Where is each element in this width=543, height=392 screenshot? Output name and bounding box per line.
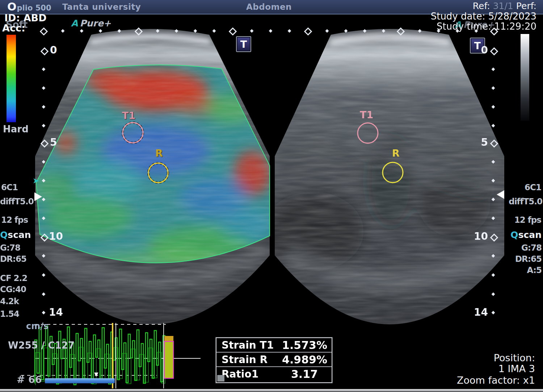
focus-marker-right-icon[interactable]	[497, 190, 504, 199]
zoom-factor-label: Zoom factor:	[457, 375, 520, 386]
roi-t1-label-right: T1	[360, 110, 373, 120]
gauge-cap	[164, 336, 173, 341]
framerate-label: 12 fps	[514, 216, 541, 224]
strain-waveform-panel	[21, 323, 201, 388]
depth-0: 0	[50, 45, 57, 55]
roi-r-label-left: R	[155, 148, 163, 158]
exam-type: Abdomen	[246, 3, 292, 11]
probe-label: 6C1	[1, 183, 18, 192]
probe-direction-icon: ➤	[33, 176, 39, 185]
qscan-label: Qscan	[0, 230, 31, 240]
progress-marker-icon: ▼	[94, 372, 98, 378]
depth-14: 14	[469, 307, 488, 318]
ultrasound-screen: O plio 500 Tanta university Abdomen Ref:…	[0, 0, 543, 392]
gain-label: G:78	[0, 243, 20, 252]
elasticity-colorbar	[7, 35, 16, 122]
grayscale-bar	[521, 34, 529, 121]
probe-label: 6C1	[525, 183, 541, 192]
study-time-line: Study time: 11:29:20	[437, 22, 536, 31]
logo-o-glyph: O	[7, 1, 17, 13]
measurement-value: 4.989%	[282, 353, 327, 366]
window-contrast-label: W255 / C127	[8, 341, 75, 350]
depth-14: 14	[49, 307, 63, 318]
sweep-progress-bar[interactable]	[45, 378, 115, 383]
velocity-label: 1.54	[0, 310, 19, 318]
roi-t1-label-left: T1	[122, 111, 135, 121]
qscan-q: Q	[0, 230, 8, 240]
qscan-q: Q	[510, 230, 518, 240]
probe-orientation-marker-left[interactable]: T	[236, 36, 251, 52]
measurement-row: Strain R 4.989%	[216, 353, 332, 367]
depth-5: 5	[50, 137, 57, 148]
strain-gauge-bar	[164, 341, 173, 378]
mode-label: diffT5.0	[0, 197, 34, 206]
depth-5: 5	[471, 137, 488, 148]
cg-label: CG:40	[0, 285, 26, 294]
focus-marker-left-icon[interactable]	[34, 192, 42, 201]
study-time-label: Study time:	[437, 21, 491, 32]
qscan-rest: scan	[8, 230, 31, 240]
acoustic-label: A:5	[527, 266, 542, 274]
measurement-row: Strain T1 1.573%	[216, 338, 332, 353]
depth-10: 10	[49, 231, 63, 242]
zoom-factor-value: x1	[523, 375, 535, 386]
measurement-label: Ratio1	[222, 368, 258, 380]
panel-resize-handle[interactable]	[217, 375, 224, 382]
pure-a-glyph: A	[71, 18, 78, 29]
study-date-value: 5/28/2023	[488, 11, 536, 22]
pure-logo-left: A Pure+	[71, 19, 111, 28]
right-ultrasound-fan	[262, 21, 512, 392]
qscan-rest: scan	[518, 230, 542, 240]
qscan-label: Qscan	[510, 230, 542, 240]
logo-model: plio 500	[17, 4, 51, 12]
pure-text: Pure+	[80, 18, 111, 29]
measurement-value: 3.17	[291, 368, 327, 380]
velocity-unit-label: cm/s	[26, 322, 49, 331]
measurement-row: Ratio1 3.17	[216, 367, 332, 381]
depth-0: 0	[471, 45, 488, 55]
hard-scale-label: Hard	[3, 124, 29, 134]
ultrasound-image-layer	[0, 0, 543, 392]
zoom-factor-line: Zoom factor: x1	[457, 375, 535, 385]
dynamic-range-label: DR:65	[0, 255, 26, 263]
bottom-window-edge	[0, 388, 543, 392]
dynamic-range-label: DR:65	[515, 255, 542, 263]
ref-ghost-value: 31/1	[493, 1, 513, 11]
framerate-label: 12 fps	[1, 216, 28, 224]
institution-name: Tanta university	[62, 3, 141, 11]
ref-perf-line: Ref: 31/1 Perf:	[473, 1, 536, 11]
measurement-label: Strain T1	[222, 339, 274, 351]
frame-number-label: # 66	[17, 375, 42, 385]
measurement-results-panel[interactable]: Strain T1 1.573% Strain R 4.989% Ratio1 …	[216, 337, 332, 383]
machine-logo: O plio 500	[7, 1, 51, 13]
ref-label: Ref:	[473, 1, 490, 11]
prf-label: 4.2k	[0, 297, 19, 306]
measurement-label: Strain R	[222, 354, 268, 366]
perf-label: Perf:	[516, 1, 536, 11]
roi-r-label-right: R	[392, 148, 400, 158]
accession-label: Acc:	[2, 23, 25, 33]
gain-label: G:78	[521, 243, 542, 252]
depth-10: 10	[469, 231, 488, 242]
mode-label: diffT5.0	[509, 197, 542, 206]
study-time-value: 11:29:20	[494, 21, 536, 32]
measurement-value: 1.573%	[282, 339, 327, 351]
position-value: 1 IMA 3	[498, 364, 535, 374]
strain-waveform-trace	[35, 326, 165, 385]
position-label: Position:	[494, 353, 535, 363]
cf-label: CF 2.2	[0, 274, 27, 282]
